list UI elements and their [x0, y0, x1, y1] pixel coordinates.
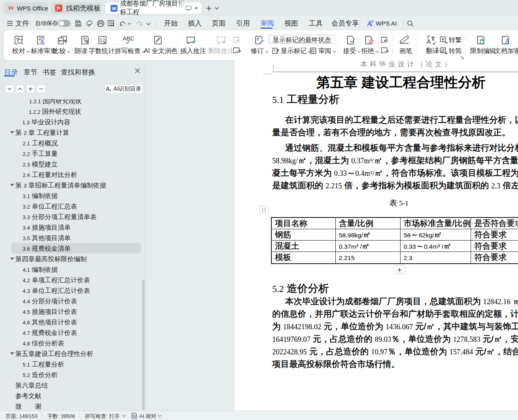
svg-text:ABC: ABC — [123, 35, 134, 42]
svg-text:12: 12 — [100, 38, 105, 43]
svg-text:W: W — [112, 6, 116, 11]
